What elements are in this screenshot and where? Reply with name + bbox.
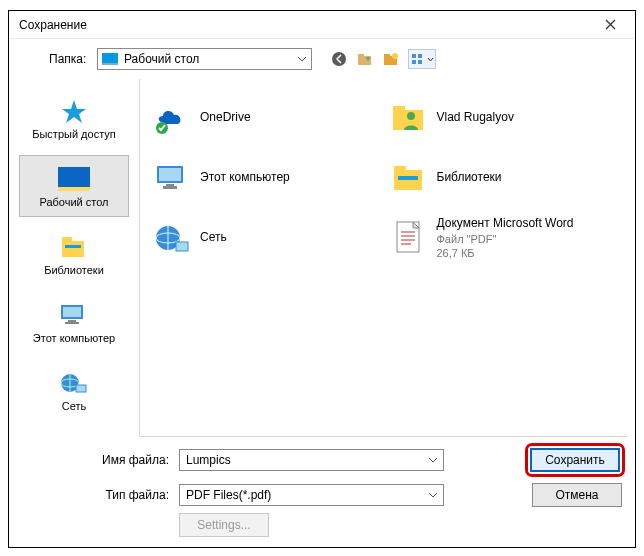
svg-rect-12 xyxy=(58,167,90,187)
desktop-icon xyxy=(102,53,118,65)
file-item-type: Файл "PDF" xyxy=(437,232,574,246)
svg-rect-11 xyxy=(418,60,422,64)
file-item-label: Документ Microsoft Word xyxy=(437,216,574,232)
svg-rect-19 xyxy=(68,320,76,322)
svg-point-7 xyxy=(392,53,398,59)
file-item-label: Этот компьютер xyxy=(200,170,290,186)
new-folder-icon xyxy=(383,51,399,67)
folder-select-value: Рабочий стол xyxy=(124,52,199,66)
sidebar-item-label: Библиотеки xyxy=(44,264,104,276)
svg-rect-15 xyxy=(62,237,72,242)
svg-rect-0 xyxy=(102,53,118,63)
settings-button: Settings... xyxy=(179,513,269,537)
highlight-annotation: Сохранить xyxy=(525,443,625,477)
sidebar-item-quick-access[interactable]: Быстрый доступ xyxy=(19,87,129,149)
cancel-button[interactable]: Отмена xyxy=(532,483,622,507)
svg-rect-31 xyxy=(163,186,177,189)
svg-rect-4 xyxy=(358,54,364,57)
file-item-user[interactable]: Vlad Rugalyov xyxy=(389,91,616,145)
sidebar-item-this-pc[interactable]: Этот компьютер xyxy=(19,291,129,353)
file-item-label: Библиотеки xyxy=(437,170,502,186)
chevron-down-icon xyxy=(297,56,307,62)
network-icon xyxy=(58,369,90,397)
svg-rect-14 xyxy=(62,241,84,257)
sidebar-item-label: Рабочий стол xyxy=(39,196,108,208)
bottom-panel: Имя файла: Lumpics Сохранить Тип файла: … xyxy=(9,437,635,547)
pdf-file-icon xyxy=(389,218,429,258)
svg-rect-18 xyxy=(63,307,81,317)
new-folder-button[interactable] xyxy=(382,50,400,68)
chevron-down-icon xyxy=(428,492,438,498)
svg-rect-9 xyxy=(412,60,416,64)
file-item-label: Сеть xyxy=(200,230,227,246)
file-item-this-pc[interactable]: Этот компьютер xyxy=(152,151,379,205)
svg-rect-8 xyxy=(412,54,416,58)
libraries-icon xyxy=(58,233,90,261)
onedrive-icon xyxy=(152,98,192,138)
toolbar: Папка: Рабочий стол xyxy=(9,39,635,79)
save-button[interactable]: Сохранить xyxy=(530,448,620,472)
chevron-down-icon xyxy=(428,457,438,463)
view-menu-button[interactable] xyxy=(408,49,436,69)
file-item-libraries[interactable]: Библиотеки xyxy=(389,151,616,205)
sidebar-item-label: Быстрый доступ xyxy=(32,128,116,140)
file-item-network[interactable]: Сеть xyxy=(152,211,379,265)
folder-select[interactable]: Рабочий стол xyxy=(97,48,312,70)
network-icon xyxy=(152,218,192,258)
computer-icon xyxy=(58,301,90,329)
filetype-select[interactable]: PDF Files(*.pdf) xyxy=(179,484,444,506)
folder-label: Папка: xyxy=(49,52,89,66)
close-icon xyxy=(605,19,616,30)
up-button[interactable] xyxy=(356,50,374,68)
file-list: OneDrive Vlad Rugalyov Этот компьютер Би… xyxy=(139,79,627,437)
sidebar-item-label: Сеть xyxy=(62,400,86,412)
svg-rect-37 xyxy=(176,242,188,251)
file-item-size: 26,7 КБ xyxy=(437,246,574,260)
sidebar: Быстрый доступ Рабочий стол Библиотеки Э… xyxy=(9,79,139,437)
svg-rect-16 xyxy=(65,245,81,248)
dialog-title: Сохранение xyxy=(19,18,595,32)
back-icon xyxy=(331,51,347,67)
close-button[interactable] xyxy=(595,15,625,35)
titlebar: Сохранение xyxy=(9,11,635,39)
view-icon xyxy=(411,53,425,65)
svg-rect-20 xyxy=(65,322,79,324)
desktop-icon xyxy=(58,165,90,193)
filetype-value: PDF Files(*.pdf) xyxy=(186,488,271,502)
filetype-label: Тип файла: xyxy=(19,488,169,502)
folder-up-icon xyxy=(357,51,373,67)
svg-rect-10 xyxy=(418,54,422,58)
svg-rect-23 xyxy=(76,385,86,392)
svg-rect-6 xyxy=(384,54,390,57)
computer-icon xyxy=(152,158,192,198)
svg-point-27 xyxy=(407,112,415,120)
svg-point-2 xyxy=(332,52,346,66)
file-item-document[interactable]: Документ Microsoft Word Файл "PDF" 26,7 … xyxy=(389,211,616,265)
libraries-icon xyxy=(389,158,429,198)
sidebar-item-label: Этот компьютер xyxy=(33,332,115,344)
svg-rect-33 xyxy=(394,166,406,171)
file-item-label: Vlad Rugalyov xyxy=(437,110,514,126)
sidebar-item-network[interactable]: Сеть xyxy=(19,359,129,421)
filename-input[interactable]: Lumpics xyxy=(179,449,444,471)
svg-rect-30 xyxy=(166,184,174,186)
svg-rect-13 xyxy=(58,187,90,191)
back-button[interactable] xyxy=(330,50,348,68)
filename-value: Lumpics xyxy=(186,453,231,467)
user-folder-icon xyxy=(389,98,429,138)
svg-rect-34 xyxy=(398,176,418,180)
svg-rect-26 xyxy=(393,106,405,111)
chevron-down-icon xyxy=(427,57,434,62)
quick-access-icon xyxy=(58,97,90,125)
file-item-label: OneDrive xyxy=(200,110,251,126)
svg-rect-1 xyxy=(102,63,118,65)
sidebar-item-libraries[interactable]: Библиотеки xyxy=(19,223,129,285)
svg-rect-29 xyxy=(159,168,181,181)
sidebar-item-desktop[interactable]: Рабочий стол xyxy=(19,155,129,217)
filename-label: Имя файла: xyxy=(19,453,169,467)
save-dialog: Сохранение Папка: Рабочий стол Быстрый д… xyxy=(8,10,636,548)
file-item-onedrive[interactable]: OneDrive xyxy=(152,91,379,145)
